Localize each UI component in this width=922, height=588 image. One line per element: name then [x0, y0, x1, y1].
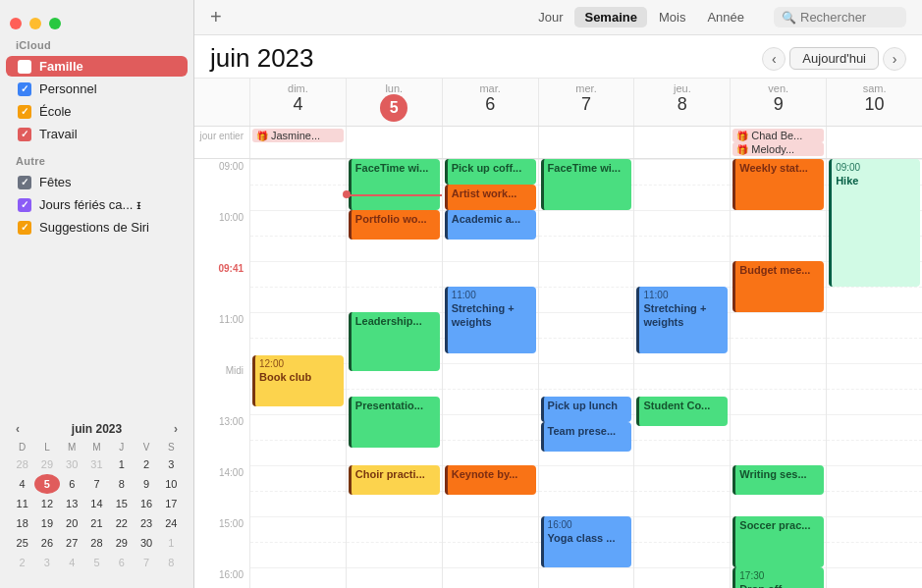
- event-7[interactable]: Leadership...: [349, 312, 440, 371]
- event-21[interactable]: 17:30Drop off Grandma...: [732, 567, 824, 588]
- mini-cal-day[interactable]: 1: [159, 533, 184, 553]
- sidebar-item-fetes[interactable]: Fêtes: [6, 172, 188, 192]
- event-14[interactable]: Student Co...: [636, 397, 728, 426]
- event-15[interactable]: Budget mee...: [732, 261, 824, 312]
- mini-cal-day[interactable]: 13: [60, 494, 84, 513]
- mini-cal-day[interactable]: 25: [10, 533, 34, 553]
- mini-cal-day[interactable]: 6: [60, 474, 84, 494]
- mini-cal-day[interactable]: 20: [60, 513, 84, 533]
- mini-cal-day[interactable]: 8: [159, 553, 184, 572]
- event-9[interactable]: 11:00Stretching + weights: [445, 287, 536, 353]
- mini-cal-prev[interactable]: ‹: [12, 422, 24, 436]
- sidebar-item-ecole[interactable]: École: [6, 101, 188, 122]
- event-10[interactable]: 11:00Stretching + weights: [636, 287, 728, 353]
- all-day-cell-3: [538, 127, 634, 158]
- event-6[interactable]: Academic a...: [445, 210, 536, 240]
- mini-cal-day[interactable]: 12: [34, 494, 59, 513]
- mini-cal-day[interactable]: 1: [109, 454, 134, 474]
- time-grid-scroll[interactable]: 09:00 10:00 09:41 11:00 Midi 13:00 14:00…: [194, 159, 922, 588]
- cal-next-arrow[interactable]: ›: [883, 47, 906, 71]
- mini-cal-day[interactable]: 3: [159, 454, 184, 474]
- sidebar-item-suggestions-siri[interactable]: Suggestions de Siri: [6, 217, 188, 238]
- event-13[interactable]: Team prese...: [541, 422, 632, 452]
- all-day-event-chad[interactable]: 🎁 Chad Be...: [732, 129, 824, 142]
- event-12[interactable]: Pick up lunch: [541, 397, 632, 422]
- calendar-header: juin 2023 ‹ Aujourd'hui ›: [194, 35, 922, 79]
- event-17[interactable]: Keynote by...: [445, 465, 536, 495]
- event-8[interactable]: 12:00Book club: [252, 355, 344, 406]
- day-name-1: lun.: [385, 82, 403, 94]
- mini-cal-day[interactable]: 30: [60, 454, 84, 474]
- mini-cal-day[interactable]: 14: [84, 494, 109, 513]
- event-25[interactable]: 09:00Hike: [829, 159, 920, 287]
- mini-cal-day[interactable]: 27: [60, 533, 84, 553]
- mini-cal-day[interactable]: 29: [109, 533, 134, 553]
- search-input[interactable]: [800, 10, 898, 25]
- event-3[interactable]: FaceTime wi...: [541, 159, 632, 210]
- mini-cal-day[interactable]: 2: [134, 454, 158, 474]
- add-event-button[interactable]: +: [210, 6, 222, 28]
- event-19[interactable]: 16:00Yoga class ...: [541, 516, 632, 567]
- all-day-event-chad-text: Chad Be...: [751, 130, 802, 141]
- mini-cal-day[interactable]: 4: [60, 553, 84, 572]
- mini-cal-day[interactable]: 23: [134, 513, 158, 533]
- today-button[interactable]: Aujourd'hui: [789, 47, 879, 70]
- mini-cal-day[interactable]: 9: [134, 474, 158, 494]
- tab-mois[interactable]: Mois: [649, 7, 695, 27]
- event-title: Book club: [259, 370, 340, 384]
- mini-cal-day[interactable]: 6: [109, 553, 134, 572]
- tab-semaine[interactable]: Semaine: [574, 7, 646, 27]
- search-box[interactable]: 🔍: [774, 7, 906, 27]
- mini-cal-day[interactable]: 28: [10, 454, 34, 474]
- all-day-event-melody[interactable]: 🎁 Melody...: [732, 142, 824, 156]
- mini-cal-day[interactable]: 17: [159, 494, 184, 513]
- hour-line: [539, 567, 634, 568]
- mini-cal-next[interactable]: ›: [170, 422, 182, 436]
- mini-cal-day[interactable]: 2: [10, 553, 34, 572]
- mini-cal-day[interactable]: 19: [34, 513, 59, 533]
- mini-cal-day[interactable]: 8: [109, 474, 134, 494]
- day-column-2: Pick up coff...Artist work...Academic a.…: [442, 159, 538, 588]
- mini-cal-day[interactable]: 10: [159, 474, 184, 494]
- mini-cal-day[interactable]: 3: [34, 553, 59, 572]
- mini-cal-day[interactable]: 28: [84, 533, 109, 553]
- event-4[interactable]: Weekly stat...: [732, 159, 824, 210]
- mini-cal-day[interactable]: 30: [134, 533, 158, 553]
- event-title: Yoga class ...: [548, 531, 628, 545]
- sidebar-item-personnel[interactable]: Personnel: [6, 79, 188, 99]
- event-11[interactable]: Presentatio...: [349, 397, 440, 448]
- event-2[interactable]: Artist work...: [445, 185, 536, 210]
- mini-cal-day[interactable]: 31: [84, 454, 109, 474]
- mini-cal-day[interactable]: 4: [10, 474, 34, 494]
- mini-cal-day[interactable]: 24: [159, 513, 184, 533]
- event-5[interactable]: Portfolio wo...: [349, 210, 440, 240]
- mini-cal-day[interactable]: 7: [84, 474, 109, 494]
- mini-cal-day[interactable]: 15: [109, 494, 134, 513]
- mini-cal-day[interactable]: 16: [134, 494, 158, 513]
- all-day-event-jasmine[interactable]: 🎁 Jasmine...: [252, 129, 344, 142]
- mini-cal-day[interactable]: 7: [134, 553, 158, 572]
- sidebar-item-travail[interactable]: Travail: [6, 124, 188, 144]
- mini-cal-day[interactable]: 21: [84, 513, 109, 533]
- tab-jour[interactable]: Jour: [528, 7, 572, 27]
- mini-cal-day[interactable]: 26: [34, 533, 59, 553]
- event-16[interactable]: Choir practi...: [349, 465, 440, 495]
- half-hour-line: [827, 389, 922, 390]
- mini-cal-day[interactable]: 11: [10, 494, 34, 513]
- event-20[interactable]: Soccer prac...: [732, 516, 824, 567]
- half-hour-line: [443, 389, 538, 390]
- tab-annee[interactable]: Année: [697, 7, 754, 27]
- mini-cal-day-header: D: [10, 440, 34, 454]
- hour-line: [634, 261, 730, 262]
- event-1[interactable]: Pick up coff...: [445, 159, 536, 185]
- mini-cal-day[interactable]: 18: [10, 513, 34, 533]
- mini-cal-day[interactable]: 22: [109, 513, 134, 533]
- sidebar-item-famille[interactable]: Famille: [6, 56, 188, 77]
- event-18[interactable]: Writing ses...: [732, 465, 824, 495]
- sidebar-item-jours-feries[interactable]: Jours fériés ca... ᵻ: [6, 194, 188, 215]
- mini-cal-day[interactable]: 5: [34, 474, 59, 494]
- mini-cal-day[interactable]: 29: [34, 454, 59, 474]
- cal-prev-arrow[interactable]: ‹: [762, 47, 786, 71]
- mini-cal-day[interactable]: 5: [84, 553, 109, 572]
- event-0[interactable]: FaceTime wi...: [349, 159, 440, 210]
